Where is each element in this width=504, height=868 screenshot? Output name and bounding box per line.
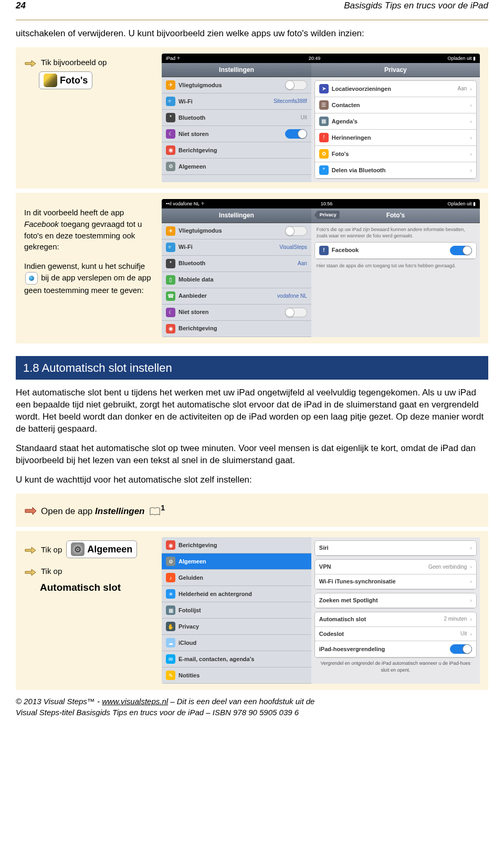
page-footer: © 2013 Visual Steps™ - www.visualsteps.n…	[0, 694, 504, 720]
intro-para: uitschakelen of verwijderen. U kunt bijv…	[16, 28, 488, 40]
list-item[interactable]: ♪Geluiden	[162, 570, 311, 586]
ipad-screenshot-2: ••ıl vodafone NL ᯤ 10:56 Opladen uit ▮ I…	[162, 199, 480, 337]
facebook-toggle[interactable]	[450, 246, 472, 255]
list-item[interactable]: ⚙Algemeen	[162, 553, 311, 570]
book-icon	[149, 507, 161, 516]
status-right: Opladen uit ▮	[447, 201, 476, 207]
list-item[interactable]: ᯤWi-FiVisualSteps	[162, 239, 311, 256]
list-item[interactable]: ☾Niet storen	[162, 126, 311, 142]
chevron-icon: ›	[470, 166, 472, 174]
cream2-t1: In dit voorbeeld heeft de app Facebook t…	[24, 207, 155, 253]
row-value: Aan	[298, 260, 307, 267]
list-item[interactable]: Zoeken met Spotlight›	[315, 593, 476, 608]
photos-app-badge[interactable]: Foto's	[39, 71, 92, 89]
chevron-icon: ›	[470, 544, 472, 552]
general-label: Algemeen	[87, 542, 132, 556]
row-icon: ☁	[166, 638, 175, 647]
row-icon: ✈	[166, 226, 175, 236]
general-badge[interactable]: ⚙ Algemeen	[66, 540, 137, 558]
pointer-icon	[24, 566, 37, 577]
toggle[interactable]	[285, 80, 307, 90]
row-value: VisualSteps	[279, 244, 307, 251]
list-item[interactable]: ✋Privacy	[162, 619, 311, 635]
chevron-icon: ›	[470, 150, 472, 158]
row-label: Fotolijst	[178, 606, 307, 614]
list-item[interactable]: *Delen via Bluetooth›	[315, 162, 476, 179]
chevron-icon: ›	[470, 134, 472, 142]
footer-link[interactable]: www.visualsteps.nl	[102, 697, 168, 706]
facebook-row[interactable]: f Facebook	[315, 243, 476, 259]
list-item[interactable]: ☎Aanbiedervodafone NL	[162, 288, 311, 305]
list-item[interactable]: ᯤWi-FiSitecomfa388f	[162, 93, 311, 110]
row-icon: ᯤ	[166, 97, 175, 106]
toggle[interactable]	[285, 226, 307, 236]
list-item[interactable]: VPNGeen verbinding›	[315, 560, 476, 574]
footer-note: Vergrendel en ontgrendel de iPad automat…	[314, 658, 477, 675]
list-item[interactable]: ✈Vliegtuigmodus	[162, 77, 311, 93]
row-icon: ▦	[166, 605, 175, 615]
chevron-icon: ›	[470, 630, 472, 638]
row-icon: ⚙	[166, 162, 175, 171]
chevron-icon: ›	[470, 578, 472, 585]
list-item[interactable]: ✉E-mail, contacten, agenda's	[162, 651, 311, 667]
list-item[interactable]: ✎Notities	[162, 667, 311, 684]
list-item[interactable]: ◉Berichtgeving	[162, 142, 311, 159]
list-item[interactable]: ▦Agenda's›	[315, 113, 476, 130]
row-icon: ✎	[166, 671, 175, 680]
list-item[interactable]: CodeslotUit›	[315, 627, 476, 642]
list-item[interactable]: !Herinneringen›	[315, 130, 476, 146]
status-right: Opladen uit ▮	[447, 55, 476, 61]
instruction-block-3: Open de app Instellingen 1	[16, 494, 488, 527]
list-item[interactable]: Siri›	[315, 541, 476, 556]
header-title: Basisgids Tips en trucs voor de iPad	[344, 0, 488, 12]
row-icon: ☎	[166, 291, 175, 301]
flower-icon	[44, 74, 57, 87]
row-value: Uit	[460, 630, 467, 637]
row-icon: ▯	[166, 275, 175, 285]
row-icon: ✿	[319, 149, 329, 159]
list-item[interactable]: Automatisch slot2 minuten›	[315, 612, 476, 627]
row-icon: *	[319, 165, 329, 175]
facebook-icon: f	[319, 246, 329, 255]
list-item[interactable]: Wi-Fi iTunes-synchronisatie›	[315, 574, 476, 589]
instruction-block-1: Tik bijvoorbeeld op Foto's iPad ᯤ 20:49 …	[16, 47, 488, 189]
row-icon: ◉	[166, 540, 175, 550]
row-icon: *	[166, 113, 175, 122]
row-label: iPad-hoesvergrendeling	[319, 645, 447, 653]
toggle[interactable]	[285, 308, 307, 317]
list-item[interactable]: ◉Berichtgeving	[162, 321, 311, 337]
ipad-screenshot-3: ◉Berichtgeving⚙Algemeen♪Geluiden☀Helderh…	[162, 537, 480, 684]
row-label: Contacten	[332, 101, 467, 109]
list-item[interactable]: ☀Helderheid en achtergrond	[162, 586, 311, 602]
list-item[interactable]: *BluetoothAan	[162, 256, 311, 272]
list-item[interactable]: iPad-hoesvergrendeling	[315, 641, 476, 657]
list-item[interactable]: ⚙Algemeen	[162, 159, 311, 175]
list-item[interactable]: ✈Vliegtuigmodus	[162, 223, 311, 239]
list-item[interactable]: ◉Berichtgeving	[162, 537, 311, 553]
list-item[interactable]: ☰Contacten›	[315, 97, 476, 113]
row-label: Aanbieder	[178, 292, 274, 300]
list-item[interactable]: ☁iCloud	[162, 635, 311, 651]
row-label: Bluetooth	[178, 114, 298, 122]
privacy-title: Privacy	[311, 63, 480, 77]
list-item[interactable]: ➤LocatievoorzieningenAan›	[315, 81, 476, 97]
toggle-icon	[25, 272, 38, 285]
toggle[interactable]	[285, 129, 307, 139]
p4: U kunt de wachttijd voor het automatisch…	[16, 474, 488, 486]
row-icon: ☀	[166, 589, 175, 599]
instr4-label: Automatisch slot	[40, 580, 155, 595]
settings-title: Instellingen	[162, 208, 311, 223]
row-label: Codeslot	[319, 630, 457, 638]
toggle[interactable]	[450, 644, 472, 654]
list-item[interactable]: ▯Mobiele data	[162, 272, 311, 288]
back-button[interactable]: Privacy	[314, 211, 340, 219]
row-icon: ☰	[319, 100, 329, 110]
list-item[interactable]: *BluetoothUit	[162, 110, 311, 126]
list-item[interactable]: ✿Foto's›	[315, 146, 476, 162]
chevron-icon: ›	[470, 615, 472, 623]
p3: Standaard staat het automatische slot op…	[16, 443, 488, 467]
list-item[interactable]: ☾Niet storen	[162, 305, 311, 321]
row-label: Automatisch slot	[319, 615, 441, 623]
list-item[interactable]: ▦Fotolijst	[162, 602, 311, 619]
row-label: Zoeken met Spotlight	[319, 597, 467, 604]
